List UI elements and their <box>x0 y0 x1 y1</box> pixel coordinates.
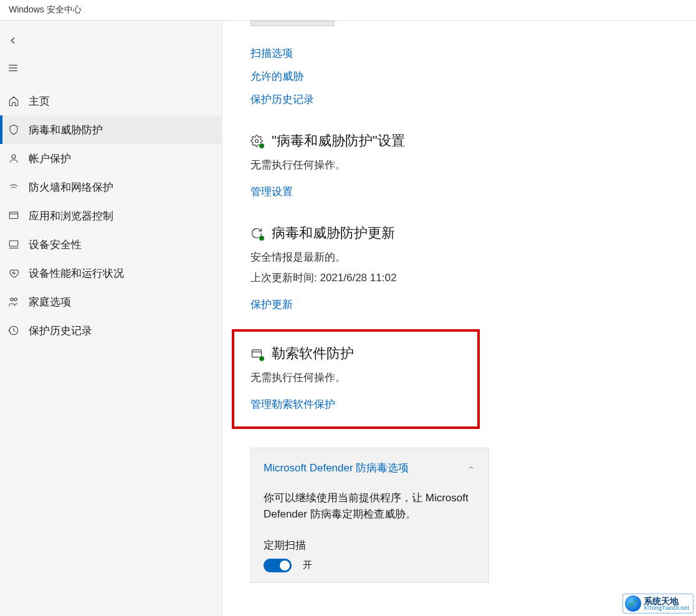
ransomware-highlight: 勒索软件防护 无需执行任何操作。 管理勒索软件保护 <box>232 329 480 429</box>
status-ok-badge <box>259 235 265 241</box>
folder-shield-icon <box>250 347 263 360</box>
watermark: 系统天地 XiTongTianDi.net <box>622 594 694 614</box>
shield-icon <box>7 123 20 136</box>
watermark-line1: 系统天地 <box>644 597 689 605</box>
back-button[interactable] <box>0 27 222 54</box>
svg-point-9 <box>14 298 17 301</box>
health-icon <box>7 267 20 279</box>
sidebar-item-label: 防火墙和网络保护 <box>29 180 113 195</box>
chevron-up-icon[interactable] <box>466 463 476 473</box>
sidebar-item-label: 保护历史记录 <box>29 324 92 338</box>
scan-links: 扫描选项 允许的威胁 保护历史记录 <box>250 46 696 107</box>
sidebar-item-label: 设备性能和运行状况 <box>29 266 124 281</box>
status-ok-badge <box>259 143 265 149</box>
wifi-icon <box>7 181 20 193</box>
updates-section: 病毒和威胁防护更新 安全情报是最新的。 上次更新时间: 2021/6/28 11… <box>250 224 696 312</box>
main-layout: 主页 病毒和威胁防护 帐户保护 防火墙和网络保护 应用和浏览器控制 设备安全性 … <box>0 21 696 616</box>
watermark-line2: XiTongTianDi.net <box>644 605 689 611</box>
sidebar-item-device-security[interactable]: 设备安全性 <box>0 230 222 259</box>
manage-settings-link[interactable]: 管理设置 <box>250 185 293 199</box>
sidebar-item-label: 病毒和威胁防护 <box>29 123 103 137</box>
history-icon <box>7 324 20 337</box>
sidebar-item-label: 应用和浏览器控制 <box>29 209 113 223</box>
sidebar-item-home[interactable]: 主页 <box>0 87 222 115</box>
toggle-state-label: 开 <box>303 559 312 571</box>
sidebar-item-app-browser[interactable]: 应用和浏览器控制 <box>0 201 222 230</box>
ransomware-title: 勒索软件防护 <box>272 344 354 363</box>
content-area: 扫描选项 允许的威胁 保护历史记录 "病毒和威胁防护"设置 无需执行任何操作。 … <box>222 21 696 616</box>
globe-icon <box>625 595 641 612</box>
defender-card-title[interactable]: Microsoft Defender 防病毒选项 <box>264 461 409 475</box>
family-icon <box>7 296 20 308</box>
updates-title: 病毒和威胁防护更新 <box>272 224 395 243</box>
sidebar-item-firewall[interactable]: 防火墙和网络保护 <box>0 173 222 201</box>
sidebar-item-account[interactable]: 帐户保护 <box>0 144 222 173</box>
defender-card-body: 你可以继续使用当前提供程序，让 Microsoft Defender 防病毒定期… <box>264 490 476 523</box>
allowed-threats-link[interactable]: 允许的威胁 <box>250 69 696 84</box>
home-icon <box>7 95 20 107</box>
defender-options-card: Microsoft Defender 防病毒选项 你可以继续使用当前提供程序，让… <box>250 448 489 583</box>
svg-point-3 <box>12 155 16 158</box>
svg-point-8 <box>11 298 14 301</box>
updates-last-time: 上次更新时间: 2021/6/28 11:02 <box>250 271 696 285</box>
sidebar-item-history[interactable]: 保护历史记录 <box>0 316 222 345</box>
sidebar-item-virus-threat[interactable]: 病毒和威胁防护 <box>0 115 222 144</box>
sidebar-item-label: 主页 <box>29 94 50 108</box>
sidebar-item-label: 家庭选项 <box>29 295 71 309</box>
status-ok-badge <box>259 355 265 362</box>
settings-section: "病毒和威胁防护"设置 无需执行任何操作。 管理设置 <box>250 132 696 199</box>
sidebar-item-family[interactable]: 家庭选项 <box>0 287 222 316</box>
sidebar: 主页 病毒和威胁防护 帐户保护 防火墙和网络保护 应用和浏览器控制 设备安全性 … <box>0 21 222 616</box>
protection-history-link[interactable]: 保护历史记录 <box>250 92 696 107</box>
manage-ransomware-link[interactable]: 管理勒索软件保护 <box>250 397 335 411</box>
gear-icon <box>250 135 263 147</box>
svg-rect-4 <box>9 212 18 219</box>
periodic-scan-label: 定期扫描 <box>264 538 476 552</box>
sidebar-item-label: 设备安全性 <box>29 238 82 252</box>
updates-desc: 安全情报是最新的。 <box>250 250 696 264</box>
menu-button[interactable] <box>0 54 222 82</box>
settings-desc: 无需执行任何操作。 <box>250 158 696 172</box>
sidebar-item-device-health[interactable]: 设备性能和运行状况 <box>0 259 222 287</box>
svg-point-10 <box>255 140 259 143</box>
scan-options-link[interactable]: 扫描选项 <box>250 46 696 60</box>
svg-rect-6 <box>9 241 18 246</box>
ransomware-desc: 无需执行任何操作。 <box>250 370 461 385</box>
window-title: Windows 安全中心 <box>9 4 82 16</box>
refresh-icon <box>250 227 263 239</box>
settings-title: "病毒和威胁防护"设置 <box>272 132 405 150</box>
title-bar: Windows 安全中心 <box>0 0 696 21</box>
app-icon <box>7 209 20 222</box>
quick-scan-button-partial[interactable] <box>250 21 335 26</box>
periodic-scan-toggle[interactable] <box>264 559 292 572</box>
person-icon <box>7 152 20 165</box>
device-icon <box>7 238 20 251</box>
protection-updates-link[interactable]: 保护更新 <box>250 297 293 312</box>
sidebar-item-label: 帐户保护 <box>29 152 71 166</box>
